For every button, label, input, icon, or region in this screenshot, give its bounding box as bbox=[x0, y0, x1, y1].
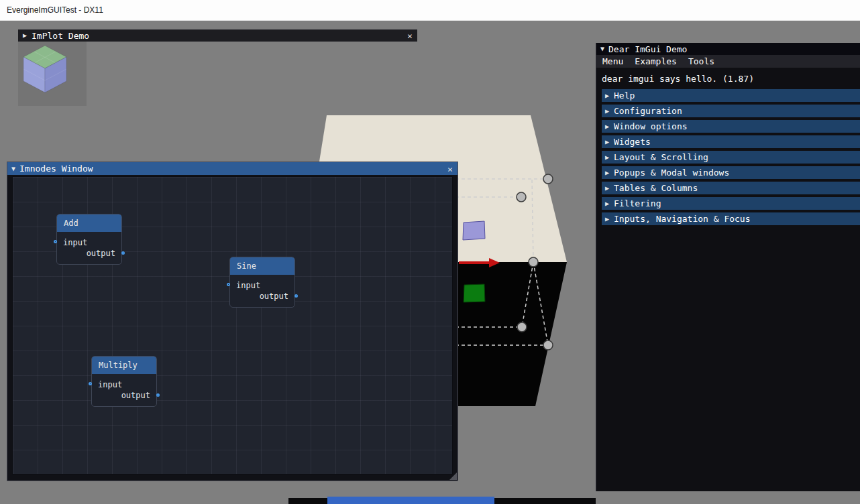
collapsing-headers: ▶ Help ▶ Configuration ▶ Window options … bbox=[596, 89, 860, 225]
node-output-label: output bbox=[92, 390, 156, 401]
collapse-arrow-icon: ▶ bbox=[605, 108, 609, 115]
header-label: Help bbox=[614, 90, 635, 101]
header-label: Inputs, Navigation & Focus bbox=[614, 214, 751, 224]
demo-window-titlebar[interactable]: ▼ Dear ImGui Demo bbox=[596, 43, 860, 55]
purple-quad bbox=[463, 221, 485, 240]
header-filtering[interactable]: ▶ Filtering bbox=[602, 197, 860, 210]
collapse-arrow-icon: ▶ bbox=[605, 200, 609, 207]
collapse-arrow-icon: ▶ bbox=[605, 154, 609, 161]
input-pin[interactable] bbox=[89, 382, 92, 385]
node-input-label: input bbox=[230, 280, 294, 291]
node-add[interactable]: Add input output bbox=[56, 214, 122, 265]
node-sine[interactable]: Sine input output bbox=[229, 257, 295, 308]
collapse-arrow-icon: ▶ bbox=[605, 92, 609, 99]
output-pin[interactable] bbox=[156, 393, 160, 397]
gizmo-handle[interactable] bbox=[517, 322, 527, 332]
gizmo-handle[interactable] bbox=[529, 257, 538, 267]
gizmo-handle[interactable] bbox=[543, 340, 553, 350]
output-pin[interactable] bbox=[294, 294, 298, 298]
dear-imgui-demo-window: ▼ Dear ImGui Demo Menu Examples Tools de… bbox=[596, 43, 860, 491]
header-layout-scrolling[interactable]: ▶ Layout & Scrolling bbox=[602, 151, 860, 164]
green-quad bbox=[464, 284, 485, 302]
header-tables-columns[interactable]: ▶ Tables & Columns bbox=[602, 182, 860, 194]
node-input-label: input bbox=[57, 237, 121, 248]
close-icon[interactable]: × bbox=[405, 31, 415, 41]
header-widgets[interactable]: ▶ Widgets bbox=[602, 135, 860, 148]
hello-text: dear imgui says hello. (1.87) bbox=[602, 74, 860, 83]
demo-window-title: Dear ImGui Demo bbox=[608, 44, 687, 54]
header-label: Widgets bbox=[614, 137, 651, 147]
window-title: EvergineImGUITest - DX11 bbox=[7, 5, 103, 15]
imnodes-window-title: Imnodes Window bbox=[19, 164, 93, 174]
header-label: Popups & Modal windows bbox=[614, 168, 729, 178]
preview-cube bbox=[18, 42, 87, 106]
collapse-arrow-icon: ▶ bbox=[605, 139, 609, 145]
menu-item-tools[interactable]: Tools bbox=[688, 56, 714, 66]
menu-item-examples[interactable]: Examples bbox=[635, 56, 677, 66]
output-pin[interactable] bbox=[121, 251, 125, 255]
header-label: Filtering bbox=[614, 198, 661, 208]
node-output-label: output bbox=[230, 291, 294, 302]
header-label: Tables & Columns bbox=[614, 183, 698, 193]
collapse-arrow-icon: ▶ bbox=[605, 185, 609, 192]
bottom-partial-window-titlebar[interactable] bbox=[327, 497, 494, 504]
header-label: Window options bbox=[614, 121, 688, 131]
node-titlebar[interactable]: Sine bbox=[230, 257, 294, 275]
collapse-arrow-icon: ▶ bbox=[605, 170, 609, 176]
implot-demo-window-title: ImPlot Demo bbox=[32, 31, 89, 41]
header-configuration[interactable]: ▶ Configuration bbox=[602, 105, 860, 117]
collapse-arrow-icon: ▶ bbox=[605, 216, 609, 223]
input-pin[interactable] bbox=[227, 283, 230, 286]
node-editor-canvas[interactable]: Add input output Sine input output Multi… bbox=[12, 176, 453, 475]
header-help[interactable]: ▶ Help bbox=[602, 89, 860, 102]
imnodes-window-titlebar[interactable]: ▼ Imnodes Window × bbox=[7, 162, 458, 175]
menu-item-menu[interactable]: Menu bbox=[602, 56, 623, 66]
gizmo-handle[interactable] bbox=[517, 192, 526, 202]
node-multiply[interactable]: Multiply input output bbox=[91, 356, 157, 407]
close-icon[interactable]: × bbox=[445, 164, 455, 174]
header-window-options[interactable]: ▶ Window options bbox=[602, 120, 860, 133]
desktop: { "titlebar": { "title": "EvergineImGUIT… bbox=[0, 0, 860, 504]
collapse-arrow-icon[interactable]: ▶ bbox=[23, 32, 27, 39]
input-pin[interactable] bbox=[54, 240, 57, 243]
header-popups-modal-windows[interactable]: ▶ Popups & Modal windows bbox=[602, 166, 860, 179]
header-inputs-navigation-focus[interactable]: ▶ Inputs, Navigation & Focus bbox=[602, 212, 860, 225]
window-titlebar[interactable]: EvergineImGUITest - DX11 bbox=[0, 0, 860, 21]
node-titlebar[interactable]: Add bbox=[57, 214, 121, 232]
window-resize-grip[interactable] bbox=[449, 472, 457, 480]
node-titlebar[interactable]: Multiply bbox=[92, 357, 156, 374]
collapse-arrow-icon[interactable]: ▼ bbox=[11, 166, 15, 172]
implot-demo-window-titlebar[interactable]: ▶ ImPlot Demo × bbox=[18, 29, 417, 42]
header-label: Configuration bbox=[614, 106, 682, 116]
gizmo-handle[interactable] bbox=[543, 174, 553, 184]
node-output-label: output bbox=[57, 248, 121, 259]
collapse-arrow-icon: ▶ bbox=[605, 123, 609, 130]
imnodes-window: ▼ Imnodes Window × Add input output Sine… bbox=[7, 162, 458, 481]
header-label: Layout & Scrolling bbox=[614, 152, 708, 162]
viewport-preview-panel bbox=[18, 42, 87, 106]
node-input-label: input bbox=[92, 379, 156, 390]
demo-menubar: Menu Examples Tools bbox=[596, 55, 860, 68]
collapse-arrow-icon[interactable]: ▼ bbox=[600, 46, 604, 52]
